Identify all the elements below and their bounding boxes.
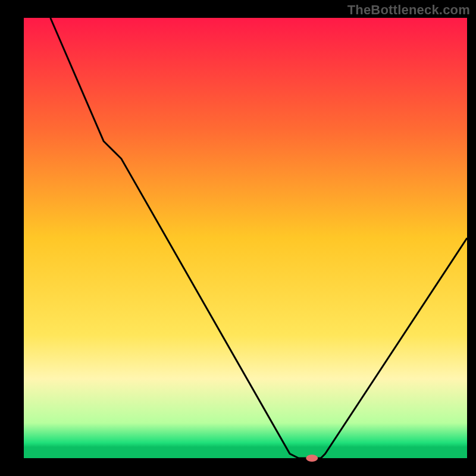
plot-background	[24, 18, 467, 458]
optimum-marker	[306, 455, 318, 462]
chart-container: TheBottleneck.com	[0, 0, 476, 476]
bottleneck-chart	[0, 0, 476, 476]
watermark-text: TheBottleneck.com	[347, 2, 470, 18]
